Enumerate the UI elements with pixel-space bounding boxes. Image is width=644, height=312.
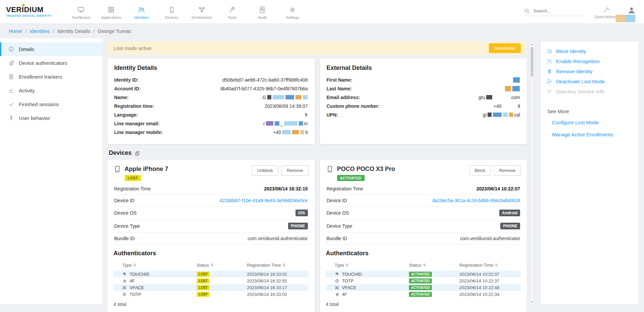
- nav-item-dashboard[interactable]: Dashboard: [66, 4, 96, 19]
- nav-item-audit[interactable]: Audit: [247, 4, 277, 19]
- detail-row: First Name:: [327, 77, 520, 83]
- smartphone-icon: [113, 165, 121, 173]
- field-value-redacted: [513, 77, 520, 83]
- remove-device-button[interactable]: Remove: [494, 165, 521, 176]
- orchestrator-icon: [198, 6, 206, 14]
- top-bar: VERIDIUM TRUSTED DIGITAL IDENTITY Dashbo…: [0, 0, 644, 24]
- authenticator-row: TOUCHID ACTIVATED 2023/06/14 10:22:37: [326, 271, 521, 277]
- card-title: Identity Details: [114, 64, 308, 72]
- nav-label: Audit: [258, 15, 266, 19]
- authenticator-row: 4F ACTIVATED 2023/06/14 10:22:34: [326, 291, 521, 298]
- authenticators-title: Authenticators: [113, 250, 309, 257]
- people-icon: [137, 6, 145, 14]
- paperclip-icon: [8, 60, 14, 66]
- audit-icon: [258, 6, 266, 14]
- authenticators-title: Authenticators: [326, 250, 521, 257]
- enable-recognition-link[interactable]: Enable Recognition: [547, 58, 634, 64]
- bundle-id-value: com.veridiumid.authenticator: [248, 236, 308, 241]
- see-more-heading: See More: [547, 108, 634, 114]
- remove-device-button[interactable]: Remove: [281, 165, 308, 176]
- face-icon: [335, 285, 339, 290]
- field-label: Last Name:: [327, 86, 352, 91]
- brand-tagline: TRUSTED DIGITAL IDENTITY: [6, 14, 60, 17]
- device-id-link[interactable]: da18ec5a-361a-4c16-b4b6-894cbafa5b28: [432, 198, 520, 203]
- vertical-scrollbar[interactable]: [530, 42, 534, 305]
- quick-actions-button[interactable]: Quick Actions: [595, 5, 617, 19]
- user-avatar-icon[interactable]: [627, 5, 636, 15]
- breadcrumb-home[interactable]: Home: [9, 28, 22, 34]
- block-device-button[interactable]: Block: [469, 165, 491, 176]
- deactivate-lost-mode-button[interactable]: Deactivate: [489, 43, 521, 53]
- breadcrumb-identities[interactable]: Identities: [30, 28, 50, 34]
- wrench-icon: [228, 6, 236, 14]
- field-value-redacted: gtu com: [478, 95, 520, 100]
- wand-icon: [602, 6, 610, 13]
- device-name: POCO POCO X3 Pro: [337, 166, 395, 173]
- nav-item-tools[interactable]: Tools: [217, 4, 247, 19]
- field-value-redacted: r _ m: [263, 121, 308, 126]
- scroll-up-icon[interactable]: [531, 42, 534, 46]
- detail-row: Identity ID: d506ebd7-ae86-472c-ba60-37f…: [114, 77, 308, 83]
- detail-row: Name: G: [114, 94, 308, 100]
- nav-item-devices[interactable]: Devices: [156, 4, 187, 19]
- nav-item-identities[interactable]: Identities: [126, 4, 156, 19]
- sidebar-item-enrollment-trackers[interactable]: Enrollment trackers: [0, 70, 103, 84]
- scroll-down-icon[interactable]: [531, 300, 534, 304]
- authenticator-status-badge: ACTIVATED: [409, 292, 432, 297]
- block-identity-link[interactable]: Block Identity: [547, 48, 634, 54]
- quick-actions-label: Quick Actions: [595, 15, 617, 19]
- device-card-apple-iphone-7: Apple iPhone 7 LOST Unblock Remove Regis…: [107, 160, 315, 312]
- deactivate-lost-mode-link[interactable]: Deactivate Lost Mode: [547, 79, 634, 84]
- device-id-link[interactable]: 422d4b67-f10e-41a9-9e40-3e56d036e5ce: [219, 198, 308, 203]
- authenticator-status-badge: LOST: [197, 292, 210, 297]
- sidebar-item-label: Details: [19, 46, 34, 52]
- detail-row: Line manager email: r _ m: [114, 121, 308, 126]
- otp-clock-icon: [335, 279, 339, 283]
- column-header-status[interactable]: Status: [197, 263, 247, 268]
- column-header-registration-time[interactable]: Registration Time: [247, 263, 309, 268]
- nav-label: Devices: [165, 15, 178, 19]
- field-value-redacted: gt cal: [482, 112, 520, 118]
- field-value-redacted: +40 9: [273, 130, 308, 135]
- column-header-type[interactable]: Type: [122, 263, 197, 268]
- unblock-device-button[interactable]: Unblock: [252, 165, 278, 176]
- device-os-badge: Android: [499, 210, 520, 216]
- configure-lost-mode-link[interactable]: Configure Lost Mode: [552, 120, 634, 125]
- authenticator-status-badge: LOST: [197, 285, 210, 290]
- sidebar-item-activity[interactable]: Activity: [0, 84, 103, 97]
- authenticator-row: VFACE LOST 2023/06/14 16:33:17: [113, 284, 309, 291]
- authenticator-row: VFACE ACTIVATED 2023/06/14 10:22:48: [326, 284, 521, 291]
- search-input[interactable]: [533, 8, 580, 13]
- authenticator-row: 4F LOST 2023/06/14 16:32:55: [113, 277, 309, 284]
- device-field-row: Device OSAndroid: [326, 207, 521, 220]
- copy-icon[interactable]: [135, 150, 140, 156]
- sidebar-item-finished-sessions[interactable]: Finished sessions: [0, 97, 103, 111]
- fingerprint-icon: [335, 272, 339, 276]
- column-header-type[interactable]: Type: [335, 263, 409, 268]
- remove-identity-link[interactable]: Remove Identity: [547, 69, 634, 74]
- sidebar-item-user-behavior[interactable]: User behavior: [0, 111, 103, 125]
- field-label: Line manager email:: [114, 121, 159, 126]
- nav-item-applications[interactable]: Applications: [96, 4, 126, 19]
- device-field-row: Device TypePHONE: [326, 220, 521, 233]
- sidebar-item-device-authenticators[interactable]: Device authenticators: [0, 56, 103, 70]
- authenticators-total: 4 total: [326, 302, 521, 307]
- nav-item-orchestrator[interactable]: Orchestrator: [187, 4, 217, 19]
- monitor-icon: [77, 6, 85, 14]
- breadcrumb: Home / Identities / Identity Details / G…: [0, 24, 644, 38]
- page-layout: Details Device authenticators Enrollment…: [0, 38, 644, 312]
- column-header-registration-time[interactable]: Registration Time: [459, 263, 521, 268]
- column-header-status[interactable]: Status: [409, 263, 459, 268]
- directory-service-info-link[interactable]: Directory Service Info: [547, 89, 634, 94]
- nav-item-settings[interactable]: Settings: [277, 4, 308, 19]
- field-label: Line manager mobile:: [114, 130, 163, 135]
- face-recognition-icon: [547, 58, 552, 64]
- brand-name: VERIDIUM: [6, 6, 60, 13]
- breadcrumb-separator: /: [53, 28, 54, 34]
- devices-section-title: Devices: [109, 149, 527, 157]
- right-actions-panel: Block Identity Enable Recognition Remove…: [541, 42, 639, 305]
- sidebar-item-details[interactable]: Details: [0, 42, 103, 56]
- nav-label: Applications: [101, 15, 121, 19]
- scrollbar-thumb[interactable]: [531, 47, 533, 77]
- manage-active-enrollments-link[interactable]: Manage Active Enrollments: [552, 132, 634, 137]
